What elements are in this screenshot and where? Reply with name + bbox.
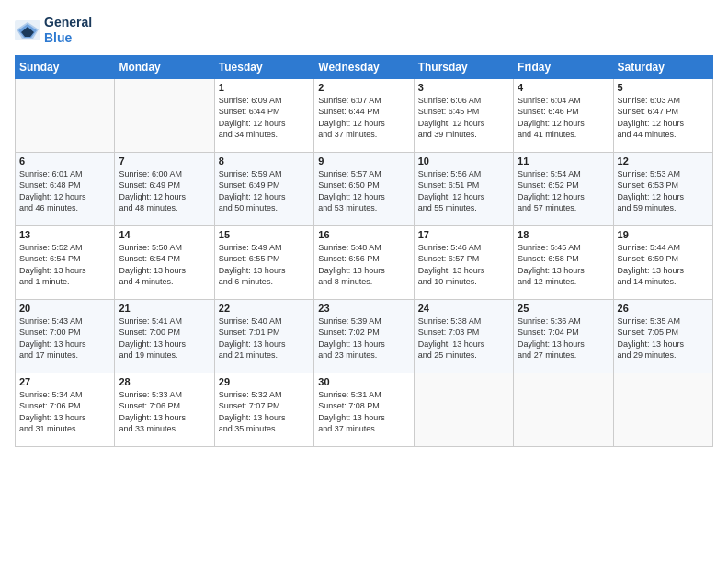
day-number: 11	[518, 155, 609, 167]
calendar-cell: 12Sunrise: 5:53 AMSunset: 6:53 PMDayligh…	[613, 152, 712, 225]
day-header-friday: Friday	[514, 55, 613, 78]
cell-info: Sunrise: 5:41 AMSunset: 7:00 PMDaylight:…	[119, 316, 210, 362]
day-number: 4	[518, 82, 609, 93]
week-row-4: 20Sunrise: 5:43 AMSunset: 7:00 PMDayligh…	[16, 299, 713, 373]
calendar-cell: 11Sunrise: 5:54 AMSunset: 6:52 PMDayligh…	[514, 152, 613, 225]
day-number: 21	[119, 303, 210, 314]
day-number: 20	[19, 303, 110, 314]
calendar-cell: 2Sunrise: 6:07 AMSunset: 6:44 PMDaylight…	[314, 78, 414, 152]
day-number: 24	[418, 303, 509, 314]
calendar-cell: 19Sunrise: 5:44 AMSunset: 6:59 PMDayligh…	[613, 225, 712, 299]
cell-info: Sunrise: 6:01 AMSunset: 6:48 PMDaylight:…	[19, 168, 110, 214]
day-number: 26	[618, 303, 709, 314]
cell-info: Sunrise: 5:31 AMSunset: 7:08 PMDaylight:…	[318, 389, 409, 435]
cell-info: Sunrise: 5:32 AMSunset: 7:07 PMDaylight:…	[219, 389, 310, 435]
week-row-2: 6Sunrise: 6:01 AMSunset: 6:48 PMDaylight…	[16, 152, 713, 225]
day-number: 22	[219, 303, 310, 314]
cell-info: Sunrise: 5:53 AMSunset: 6:53 PMDaylight:…	[618, 168, 709, 214]
calendar-table: SundayMondayTuesdayWednesdayThursdayFrid…	[15, 55, 713, 447]
cell-info: Sunrise: 5:34 AMSunset: 7:06 PMDaylight:…	[19, 389, 110, 435]
calendar-cell: 25Sunrise: 5:36 AMSunset: 7:04 PMDayligh…	[514, 299, 613, 373]
calendar-cell: 9Sunrise: 5:57 AMSunset: 6:50 PMDaylight…	[314, 152, 414, 225]
cell-info: Sunrise: 5:57 AMSunset: 6:50 PMDaylight:…	[318, 168, 409, 214]
day-header-wednesday: Wednesday	[314, 55, 414, 78]
cell-info: Sunrise: 5:33 AMSunset: 7:06 PMDaylight:…	[119, 389, 210, 435]
cell-info: Sunrise: 5:52 AMSunset: 6:54 PMDaylight:…	[19, 242, 110, 288]
cell-info: Sunrise: 5:35 AMSunset: 7:05 PMDaylight:…	[618, 316, 709, 362]
calendar-cell: 1Sunrise: 6:09 AMSunset: 6:44 PMDaylight…	[214, 78, 313, 152]
day-header-sunday: Sunday	[16, 55, 115, 78]
calendar-cell: 26Sunrise: 5:35 AMSunset: 7:05 PMDayligh…	[613, 299, 712, 373]
week-row-1: 1Sunrise: 6:09 AMSunset: 6:44 PMDaylight…	[16, 78, 713, 152]
calendar-cell: 13Sunrise: 5:52 AMSunset: 6:54 PMDayligh…	[16, 225, 115, 299]
cell-info: Sunrise: 5:56 AMSunset: 6:51 PMDaylight:…	[418, 168, 509, 214]
header-row: SundayMondayTuesdayWednesdayThursdayFrid…	[16, 55, 713, 78]
day-number: 30	[318, 376, 409, 387]
day-header-monday: Monday	[115, 55, 214, 78]
cell-info: Sunrise: 5:38 AMSunset: 7:03 PMDaylight:…	[418, 316, 509, 362]
day-number: 6	[19, 155, 110, 167]
calendar-cell: 6Sunrise: 6:01 AMSunset: 6:48 PMDaylight…	[16, 152, 115, 225]
day-number: 29	[219, 376, 310, 387]
calendar-cell: 15Sunrise: 5:49 AMSunset: 6:55 PMDayligh…	[214, 225, 313, 299]
calendar-cell: 3Sunrise: 6:06 AMSunset: 6:45 PMDaylight…	[414, 78, 513, 152]
calendar-cell: 10Sunrise: 5:56 AMSunset: 6:51 PMDayligh…	[414, 152, 513, 225]
calendar-cell: 30Sunrise: 5:31 AMSunset: 7:08 PMDayligh…	[314, 373, 414, 446]
calendar-cell: 17Sunrise: 5:46 AMSunset: 6:57 PMDayligh…	[414, 225, 513, 299]
day-number: 14	[119, 229, 210, 240]
cell-info: Sunrise: 5:45 AMSunset: 6:58 PMDaylight:…	[518, 242, 609, 288]
cell-info: Sunrise: 6:09 AMSunset: 6:44 PMDaylight:…	[219, 95, 310, 141]
day-number: 25	[518, 303, 609, 314]
cell-info: Sunrise: 5:43 AMSunset: 7:00 PMDaylight:…	[19, 316, 110, 362]
day-header-tuesday: Tuesday	[214, 55, 313, 78]
cell-info: Sunrise: 5:40 AMSunset: 7:01 PMDaylight:…	[219, 316, 310, 362]
calendar-cell: 8Sunrise: 5:59 AMSunset: 6:49 PMDaylight…	[214, 152, 313, 225]
calendar-cell: 5Sunrise: 6:03 AMSunset: 6:47 PMDaylight…	[613, 78, 712, 152]
calendar-cell	[514, 373, 613, 446]
week-row-5: 27Sunrise: 5:34 AMSunset: 7:06 PMDayligh…	[16, 373, 713, 446]
page-header: General Blue	[15, 15, 713, 46]
day-number: 12	[618, 155, 709, 167]
cell-info: Sunrise: 5:44 AMSunset: 6:59 PMDaylight:…	[618, 242, 709, 288]
calendar-cell: 16Sunrise: 5:48 AMSunset: 6:56 PMDayligh…	[314, 225, 414, 299]
day-number: 16	[318, 229, 409, 240]
calendar-cell: 27Sunrise: 5:34 AMSunset: 7:06 PMDayligh…	[16, 373, 115, 446]
cell-info: Sunrise: 5:39 AMSunset: 7:02 PMDaylight:…	[318, 316, 409, 362]
week-row-3: 13Sunrise: 5:52 AMSunset: 6:54 PMDayligh…	[16, 225, 713, 299]
cell-info: Sunrise: 5:49 AMSunset: 6:55 PMDaylight:…	[219, 242, 310, 288]
day-number: 19	[618, 229, 709, 240]
cell-info: Sunrise: 5:36 AMSunset: 7:04 PMDaylight:…	[518, 316, 609, 362]
day-number: 27	[19, 376, 110, 387]
calendar-cell: 21Sunrise: 5:41 AMSunset: 7:00 PMDayligh…	[115, 299, 214, 373]
day-number: 5	[618, 82, 709, 93]
calendar-cell	[16, 78, 115, 152]
day-header-saturday: Saturday	[613, 55, 712, 78]
day-number: 15	[219, 229, 310, 240]
calendar-cell: 23Sunrise: 5:39 AMSunset: 7:02 PMDayligh…	[314, 299, 414, 373]
day-number: 1	[219, 82, 310, 93]
day-number: 2	[318, 82, 409, 93]
calendar-cell	[613, 373, 712, 446]
day-number: 8	[219, 155, 310, 167]
day-number: 3	[418, 82, 509, 93]
calendar-cell: 29Sunrise: 5:32 AMSunset: 7:07 PMDayligh…	[214, 373, 313, 446]
calendar-cell: 20Sunrise: 5:43 AMSunset: 7:00 PMDayligh…	[16, 299, 115, 373]
cell-info: Sunrise: 5:50 AMSunset: 6:54 PMDaylight:…	[119, 242, 210, 288]
cell-info: Sunrise: 5:48 AMSunset: 6:56 PMDaylight:…	[318, 242, 409, 288]
calendar-cell: 22Sunrise: 5:40 AMSunset: 7:01 PMDayligh…	[214, 299, 313, 373]
calendar-cell: 24Sunrise: 5:38 AMSunset: 7:03 PMDayligh…	[414, 299, 513, 373]
cell-info: Sunrise: 6:00 AMSunset: 6:49 PMDaylight:…	[119, 168, 210, 214]
day-number: 7	[119, 155, 210, 167]
day-number: 10	[418, 155, 509, 167]
logo-text: General Blue	[44, 15, 92, 46]
cell-info: Sunrise: 6:03 AMSunset: 6:47 PMDaylight:…	[618, 95, 709, 141]
calendar-cell	[414, 373, 513, 446]
cell-info: Sunrise: 6:07 AMSunset: 6:44 PMDaylight:…	[318, 95, 409, 141]
day-number: 13	[19, 229, 110, 240]
cell-info: Sunrise: 5:46 AMSunset: 6:57 PMDaylight:…	[418, 242, 509, 288]
calendar-cell: 7Sunrise: 6:00 AMSunset: 6:49 PMDaylight…	[115, 152, 214, 225]
day-number: 28	[119, 376, 210, 387]
logo-icon	[15, 20, 40, 40]
calendar-cell: 14Sunrise: 5:50 AMSunset: 6:54 PMDayligh…	[115, 225, 214, 299]
day-number: 9	[318, 155, 409, 167]
